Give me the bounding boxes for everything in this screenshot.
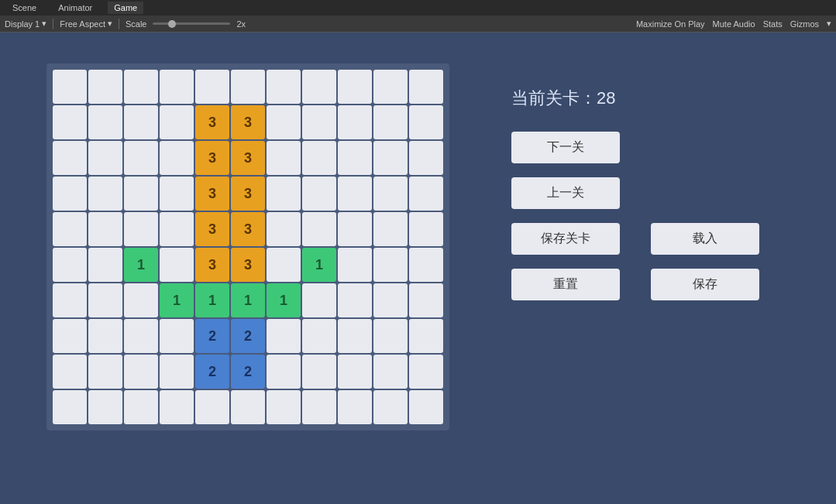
- grid-cell[interactable]: [338, 70, 372, 104]
- load-button[interactable]: 载入: [651, 223, 759, 255]
- grid-cell[interactable]: [195, 390, 229, 424]
- grid-cell[interactable]: 1: [302, 248, 336, 282]
- display-selector[interactable]: Display 1 ▾: [5, 19, 46, 29]
- grid-cell[interactable]: [409, 283, 443, 317]
- aspect-selector[interactable]: Free Aspect ▾: [60, 19, 112, 29]
- grid-cell[interactable]: [53, 283, 87, 317]
- grid-cell[interactable]: [267, 390, 301, 424]
- grid-cell[interactable]: [373, 319, 408, 353]
- grid-cell[interactable]: [160, 177, 194, 211]
- grid-cell[interactable]: [373, 70, 408, 104]
- grid-cell[interactable]: [124, 319, 158, 353]
- grid-cell[interactable]: 3: [195, 105, 229, 139]
- grid-cell[interactable]: [302, 319, 336, 353]
- grid-cell[interactable]: [53, 70, 87, 104]
- grid-cell[interactable]: [302, 141, 336, 175]
- grid-cell[interactable]: [302, 177, 336, 211]
- grid-cell[interactable]: [231, 70, 265, 104]
- grid-cell[interactable]: [53, 355, 87, 389]
- mute-audio-btn[interactable]: Mute Audio: [713, 19, 755, 29]
- grid-cell[interactable]: [124, 141, 158, 175]
- save-button[interactable]: 保存: [651, 269, 759, 300]
- next-level-button[interactable]: 下一关: [511, 132, 620, 163]
- grid-cell[interactable]: [124, 177, 158, 211]
- grid-cell[interactable]: [195, 70, 229, 104]
- grid-cell[interactable]: [124, 390, 158, 424]
- grid-cell[interactable]: [409, 177, 443, 211]
- grid-cell[interactable]: 3: [195, 141, 229, 175]
- grid-cell[interactable]: [53, 212, 87, 246]
- grid-cell[interactable]: [88, 70, 122, 104]
- grid-cell[interactable]: [267, 319, 301, 353]
- grid-cell[interactable]: [267, 212, 301, 246]
- grid-cell[interactable]: [267, 355, 301, 389]
- grid-cell[interactable]: [160, 248, 194, 282]
- grid-cell[interactable]: [88, 390, 122, 424]
- grid-cell[interactable]: [124, 283, 158, 317]
- grid-cell[interactable]: 3: [231, 177, 265, 211]
- grid-cell[interactable]: 1: [124, 248, 158, 282]
- grid-cell[interactable]: [160, 70, 194, 104]
- grid-cell[interactable]: 1: [160, 283, 194, 317]
- grid-cell[interactable]: [88, 319, 122, 353]
- save-level-button[interactable]: 保存关卡: [511, 223, 620, 255]
- grid-cell[interactable]: [373, 177, 408, 211]
- grid-cell[interactable]: [338, 212, 372, 246]
- grid-cell[interactable]: [88, 177, 122, 211]
- grid-cell[interactable]: [338, 355, 372, 389]
- grid-cell[interactable]: [231, 390, 265, 424]
- grid-cell[interactable]: [302, 105, 336, 139]
- maximize-on-play-btn[interactable]: Maximize On Play: [636, 19, 705, 29]
- grid-cell[interactable]: [373, 355, 408, 389]
- grid-cell[interactable]: 1: [267, 283, 301, 317]
- reset-button[interactable]: 重置: [511, 269, 620, 300]
- grid-cell[interactable]: [409, 319, 443, 353]
- grid-cell[interactable]: [88, 248, 122, 282]
- grid-cell[interactable]: [53, 319, 87, 353]
- grid-cell[interactable]: [409, 70, 443, 104]
- gizmos-btn[interactable]: Gizmos: [790, 19, 819, 29]
- grid-cell[interactable]: [160, 141, 194, 175]
- grid-cell[interactable]: 3: [231, 248, 265, 282]
- tab-scene[interactable]: Scene: [6, 2, 43, 14]
- grid-cell[interactable]: 3: [195, 248, 229, 282]
- grid-cell[interactable]: [409, 141, 443, 175]
- grid-cell[interactable]: [302, 70, 336, 104]
- grid-cell[interactable]: [338, 177, 372, 211]
- tab-animator[interactable]: Animator: [52, 2, 98, 14]
- grid-cell[interactable]: [267, 177, 301, 211]
- grid-cell[interactable]: [267, 70, 301, 104]
- grid-cell[interactable]: [409, 390, 443, 424]
- grid-cell[interactable]: [53, 390, 87, 424]
- grid-cell[interactable]: [338, 141, 372, 175]
- grid-cell[interactable]: 2: [231, 355, 265, 389]
- grid-cell[interactable]: [302, 212, 336, 246]
- prev-level-button[interactable]: 上一关: [511, 177, 620, 209]
- grid-cell[interactable]: [267, 248, 301, 282]
- grid-cell[interactable]: [302, 355, 336, 389]
- grid-cell[interactable]: 1: [195, 283, 229, 317]
- grid-cell[interactable]: [53, 105, 87, 139]
- grid-cell[interactable]: [409, 212, 443, 246]
- grid-cell[interactable]: 3: [195, 212, 229, 246]
- grid-cell[interactable]: [160, 212, 194, 246]
- grid-cell[interactable]: [88, 355, 122, 389]
- grid-cell[interactable]: [338, 248, 372, 282]
- grid-cell[interactable]: [88, 141, 122, 175]
- grid-cell[interactable]: [160, 105, 194, 139]
- grid-cell[interactable]: [88, 105, 122, 139]
- grid-cell[interactable]: [338, 105, 372, 139]
- grid-cell[interactable]: [338, 319, 372, 353]
- grid-cell[interactable]: [53, 248, 87, 282]
- grid-cell[interactable]: [124, 105, 158, 139]
- grid-cell[interactable]: [373, 248, 408, 282]
- grid-cell[interactable]: [409, 248, 443, 282]
- grid-cell[interactable]: [302, 283, 336, 317]
- grid-cell[interactable]: [124, 355, 158, 389]
- tab-game[interactable]: Game: [108, 2, 143, 14]
- grid-cell[interactable]: [88, 212, 122, 246]
- grid-cell[interactable]: [160, 390, 194, 424]
- grid-cell[interactable]: 2: [195, 355, 229, 389]
- grid-cell[interactable]: 2: [195, 319, 229, 353]
- grid-cell[interactable]: [373, 283, 408, 317]
